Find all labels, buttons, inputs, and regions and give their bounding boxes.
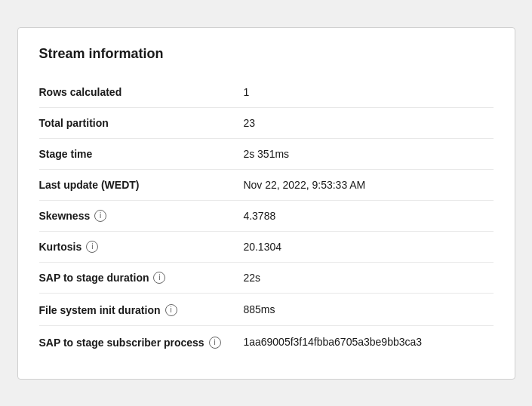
table-row: SAP to stage durationi22s bbox=[39, 262, 494, 293]
info-icon-sap-stage-subscriber[interactable]: i bbox=[209, 337, 221, 349]
info-icon-file-system-init[interactable]: i bbox=[165, 304, 177, 316]
table-row: Skewnessi4.3788 bbox=[39, 200, 494, 231]
row-label-total-partition: Total partition bbox=[39, 117, 109, 129]
table-row: Stage time2s 351ms bbox=[39, 138, 494, 169]
row-value-file-system-init: 885ms bbox=[243, 293, 493, 325]
info-icon-sap-stage-duration[interactable]: i bbox=[153, 272, 165, 284]
info-table: Rows calculated1Total partition23Stage t… bbox=[39, 77, 494, 358]
stream-info-card: Stream information Rows calculated1Total… bbox=[17, 27, 515, 380]
row-value-stage-time: 2s 351ms bbox=[243, 138, 493, 169]
row-value-total-partition: 23 bbox=[243, 107, 493, 138]
info-icon-skewness[interactable]: i bbox=[94, 210, 106, 222]
table-row: Last update (WEDT)Nov 22, 2022, 9:53:33 … bbox=[39, 169, 494, 200]
row-value-sap-stage-subscriber: 1aa69005f3f14fbba6705a3be9bb3ca3 bbox=[243, 325, 493, 358]
table-row: SAP to stage subscriber processi1aa69005… bbox=[39, 325, 494, 358]
table-row: Kurtosisi20.1304 bbox=[39, 231, 494, 262]
row-value-kurtosis: 20.1304 bbox=[243, 231, 493, 262]
row-value-rows-calculated: 1 bbox=[243, 77, 493, 108]
info-icon-kurtosis[interactable]: i bbox=[86, 241, 98, 253]
card-title: Stream information bbox=[39, 46, 494, 62]
row-value-last-update: Nov 22, 2022, 9:53:33 AM bbox=[243, 169, 493, 200]
table-row: Total partition23 bbox=[39, 107, 494, 138]
row-label-sap-stage-subscriber: SAP to stage subscriber process bbox=[39, 337, 204, 349]
row-label-last-update: Last update (WEDT) bbox=[39, 179, 140, 191]
row-label-rows-calculated: Rows calculated bbox=[39, 86, 122, 98]
row-label-skewness: Skewness bbox=[39, 210, 91, 222]
row-label-file-system-init: File system init duration bbox=[39, 304, 161, 316]
row-value-skewness: 4.3788 bbox=[243, 200, 493, 231]
row-value-sap-stage-duration: 22s bbox=[243, 262, 493, 293]
row-label-sap-stage-duration: SAP to stage duration bbox=[39, 272, 149, 284]
table-row: Rows calculated1 bbox=[39, 77, 494, 108]
row-label-stage-time: Stage time bbox=[39, 148, 93, 160]
table-row: File system init durationi885ms bbox=[39, 293, 494, 325]
row-label-kurtosis: Kurtosis bbox=[39, 241, 82, 253]
